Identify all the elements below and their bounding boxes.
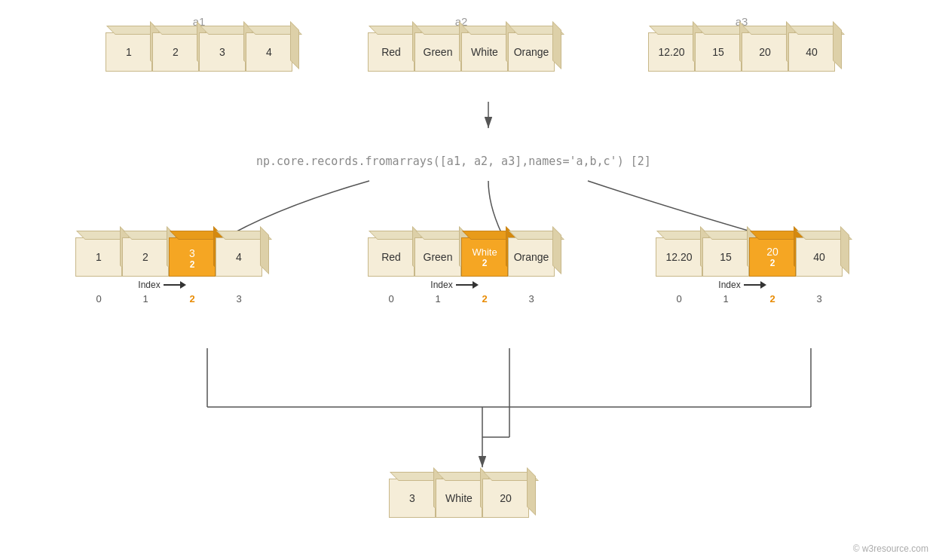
a3-index-row: 0 1 2 3	[656, 293, 843, 304]
a2-idx-2: 2	[461, 293, 508, 304]
result-cell-2: 20	[482, 479, 529, 518]
a2-section: a2 Red Green White Orange	[368, 15, 555, 72]
a2-cell-2: White	[461, 32, 508, 72]
a3-top-row: 12.20 15 20 40	[648, 32, 835, 72]
a3-section: a3 12.20 15 20 40	[648, 15, 835, 72]
a1-idx-3: 3	[216, 293, 262, 304]
code-label: np.core.records.fromarrays([a1, a2, a3],…	[256, 155, 651, 168]
a3-idx-0: 0	[656, 293, 702, 304]
a2-idx-1: 1	[414, 293, 461, 304]
a3-bottom-cell-0: 12.20	[656, 237, 702, 277]
a1-top-row: 1 2 3 4	[106, 32, 292, 72]
a2-bottom-row: Red Green White 2 Orange	[368, 237, 555, 277]
a1-bottom-cell-3: 4	[216, 237, 262, 277]
a2-idx-3: 3	[508, 293, 555, 304]
a3-cell-0: 12.20	[648, 32, 695, 72]
a3-idx-1: 1	[702, 293, 749, 304]
a2-bottom-cell-2: White 2	[461, 237, 508, 277]
a1-cell-3: 4	[246, 32, 292, 72]
a2-cell-1: Green	[414, 32, 461, 72]
a1-cell-2: 3	[199, 32, 246, 72]
a3-cell-3: 40	[788, 32, 835, 72]
a3-bottom-cell-2: 20 2	[749, 237, 796, 277]
a3-bottom-row: 12.20 15 20 2 40	[656, 237, 843, 277]
a2-index-row: 0 1 2 3	[368, 293, 555, 304]
a2-cell-3: Orange	[508, 32, 555, 72]
a2-bottom-cell-0: Red	[368, 237, 414, 277]
a1-index-row: 0 1 2 3	[75, 293, 262, 304]
a1-bottom-row: 1 2 3 2 4	[75, 237, 262, 277]
a1-cell-1: 2	[152, 32, 199, 72]
a1-bottom-cell-2: 3 2	[169, 237, 216, 277]
a1-idx-0: 0	[75, 293, 122, 304]
result-cell-1: White	[436, 479, 482, 518]
a2-cell-0: Red	[368, 32, 414, 72]
result-cell-0: 3	[389, 479, 436, 518]
a3-bottom-section: 12.20 15 20 2 40 Index 0 1 2 3	[656, 237, 843, 304]
a2-top-row: Red Green White Orange	[368, 32, 555, 72]
a1-bottom-section: 1 2 3 2 4 Index 0 1 2 3	[75, 237, 262, 304]
a2-idx-0: 0	[368, 293, 414, 304]
a1-idx-2: 2	[169, 293, 216, 304]
a1-bottom-cell-0: 1	[75, 237, 122, 277]
a3-cell-2: 20	[742, 32, 788, 72]
a1-bottom-cell-1: 2	[122, 237, 169, 277]
a3-cell-1: 15	[695, 32, 742, 72]
a3-bottom-cell-3: 40	[796, 237, 843, 277]
a1-cell-0: 1	[106, 32, 152, 72]
a2-bottom-cell-3: Orange	[508, 237, 555, 277]
a2-bottom-cell-1: Green	[414, 237, 461, 277]
watermark: © w3resource.com	[853, 543, 928, 554]
a2-bottom-section: Red Green White 2 Orange Index 0 1 2 3	[368, 237, 555, 304]
a3-idx-2: 2	[749, 293, 796, 304]
result-section: 3 White 20	[389, 479, 529, 518]
a1-idx-1: 1	[122, 293, 169, 304]
a3-bottom-cell-1: 15	[702, 237, 749, 277]
a1-section: a1 1 2 3 4	[106, 15, 292, 72]
result-row: 3 White 20	[389, 479, 529, 518]
a3-idx-3: 3	[796, 293, 843, 304]
